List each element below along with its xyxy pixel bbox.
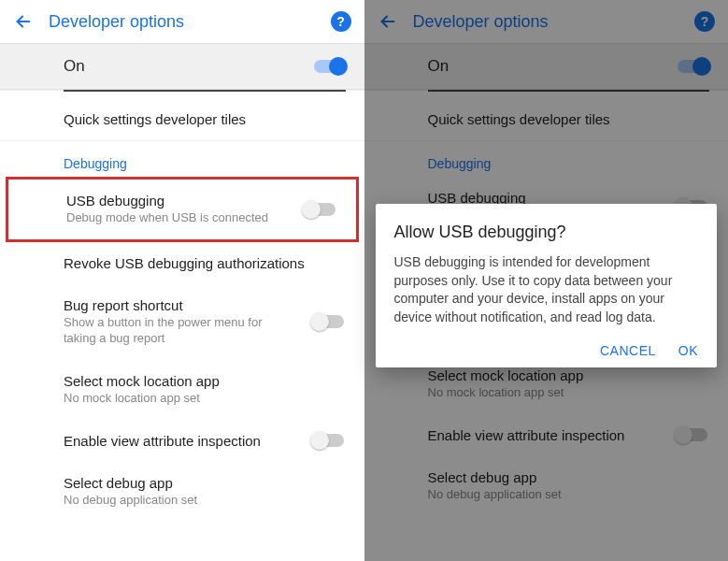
revoke-authorizations-row[interactable]: Revoke USB debugging authorizations xyxy=(0,242,364,284)
quick-settings-tiles-row[interactable]: Quick settings developer tiles xyxy=(0,98,364,140)
select-debug-app-row[interactable]: Select debug app No debug application se… xyxy=(0,462,364,522)
view-attribute-inspection-row[interactable]: Enable view attribute inspection xyxy=(0,420,364,462)
back-arrow-icon[interactable] xyxy=(13,11,34,32)
usb-debugging-toggle[interactable] xyxy=(304,203,335,216)
help-icon[interactable]: ? xyxy=(331,11,351,32)
dialog-actions: CANCEL OK xyxy=(394,343,699,358)
usb-debugging-row[interactable]: USB debugging Debug mode when USB is con… xyxy=(8,180,356,239)
view-attribute-toggle[interactable] xyxy=(312,434,344,447)
app-bar: Developer options ? xyxy=(0,0,364,44)
cutoff-row xyxy=(0,90,364,98)
bug-report-shortcut-toggle[interactable] xyxy=(312,315,344,328)
usb-debugging-dialog: Allow USB debugging? USB debugging is in… xyxy=(376,204,718,367)
debugging-section-header: Debugging xyxy=(0,140,364,177)
master-toggle-row[interactable]: On xyxy=(0,44,364,90)
master-toggle-label: On xyxy=(64,57,314,76)
dialog-title: Allow USB debugging? xyxy=(394,223,699,242)
left-screenshot: Developer options ? On Quick settings de… xyxy=(0,0,364,561)
usb-debugging-highlight: USB debugging Debug mode when USB is con… xyxy=(6,177,359,242)
master-toggle-switch[interactable] xyxy=(314,60,346,73)
dialog-body: USB debugging is intended for developmen… xyxy=(394,253,699,326)
mock-location-row[interactable]: Select mock location app No mock locatio… xyxy=(0,360,364,420)
page-title: Developer options xyxy=(49,12,331,32)
bug-report-shortcut-row[interactable]: Bug report shortcut Show a button in the… xyxy=(0,284,364,360)
cancel-button[interactable]: CANCEL xyxy=(600,343,656,358)
ok-button[interactable]: OK xyxy=(678,343,698,358)
right-screenshot: Developer options ? On Quick settings de… xyxy=(364,0,729,561)
settings-list: Quick settings developer tiles Debugging… xyxy=(0,90,364,561)
